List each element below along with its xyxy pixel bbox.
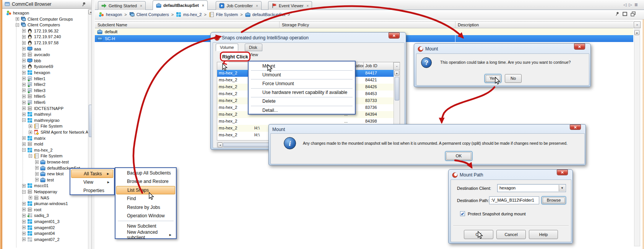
scroll-left-icon[interactable]: ◂ [218,142,223,147]
close-icon[interactable]: ✕ [570,124,581,130]
expand-icon[interactable] [22,107,26,110]
collapse-icon[interactable] [22,190,26,194]
tab-disk-view[interactable]: Disk View [245,44,262,51]
menu-item-all-tasks[interactable]: All Tasks► [71,170,113,178]
column-chooser-icon[interactable]: » [634,21,641,28]
tree-item-hfiler6[interactable]: hfiler6 [2,99,92,105]
snaps-dialog-titlebar[interactable]: Snaps created during IntelliSnap operati… [213,34,404,42]
expand-icon[interactable] [22,47,26,50]
collapse-icon[interactable] [29,154,32,158]
tree-item-file-system[interactable]: File System [2,123,92,129]
maximize-icon[interactable] [623,11,628,17]
tree-item-file-system[interactable]: File System [2,153,92,159]
expand-icon[interactable] [22,202,26,205]
expand-icon[interactable] [22,214,26,217]
expand-icon[interactable] [29,196,32,199]
expand-icon[interactable] [35,166,39,170]
tree-item-nas[interactable]: NAS [2,195,92,201]
ok-button[interactable]: OK [445,151,472,161]
panel-splitter[interactable] [92,0,95,249]
expand-icon[interactable] [22,101,26,104]
tree-item-root[interactable]: root [2,207,92,213]
expand-icon[interactable] [22,184,26,188]
tree-item-client-computers[interactable]: Client Computers [2,22,92,28]
breadcrumb-item-client computers[interactable]: Client Computers [129,12,169,17]
expand-icon[interactable] [22,208,26,211]
tab-close-icon[interactable]: × [307,4,309,8]
menu-item-operation-window[interactable]: Operation Window [116,212,175,220]
expand-icon[interactable] [22,95,26,98]
tab-volume-view[interactable]: Volume View [216,44,238,51]
breadcrumb-item-ms-hex_2[interactable]: ms-hex_2 [176,12,202,17]
mount-info-titlebar[interactable]: Mount [271,126,584,133]
menu-item-use-hardware-revert-capability-if-available[interactable]: Use hardware revert capability if availa… [249,88,354,97]
breadcrumb-item-defaultbackupset[interactable]: defaultBackupSet [245,12,285,17]
tree-item-172-19-96-32[interactable]: 172.19.96.32 [2,28,92,34]
yes-button[interactable]: Yes [485,74,501,83]
expand-icon[interactable] [22,83,26,86]
expand-icon[interactable] [29,124,32,128]
tree-item-hexagon[interactable]: hexagon [2,70,92,76]
tree-item-idctestnapp[interactable]: IDCTESTNAPP [2,105,92,112]
tree-item-client-computer-groups[interactable]: Client Computer Groups [2,16,92,22]
destination-client-select[interactable]: hexagon▼ [497,184,566,192]
tree-item-smagent02[interactable]: smagent02 [2,225,92,231]
tab-event-viewer[interactable]: Event Viewer× [268,1,312,10]
tree-item-172-19-97-240[interactable]: 172.19.97.240 [2,34,92,40]
expand-icon[interactable] [22,238,26,241]
expand-icon[interactable] [22,65,26,68]
tree-item-hexagon[interactable]: hexagon [2,10,92,16]
tree-item-mold[interactable]: mold [2,141,92,147]
menu-item-properties[interactable]: Properties [71,186,113,195]
expand-icon[interactable] [22,41,26,45]
mount-confirm-titlebar[interactable]: Mount [416,45,589,53]
tree-item-matrix[interactable]: matrix [2,135,92,141]
tree-item-172-19-97-58[interactable]: 172.19.97.58 [2,40,92,46]
expand-icon[interactable] [22,53,26,57]
tree-item-hfiler2[interactable]: hfiler2 [2,81,92,87]
no-button[interactable]: No [505,74,522,83]
collapse-icon[interactable] [22,118,26,122]
tab-forward-icon[interactable]: ▷ [629,2,634,7]
expand-icon[interactable] [22,71,26,74]
subclient-table-header[interactable]: Subclient Name Storage Policy Descriptio… [95,21,633,28]
close-icon[interactable]: ✕ [389,32,400,39]
expand-icon[interactable] [22,29,26,32]
scroll-up-icon[interactable]: ▲ [394,71,399,76]
expand-icon[interactable] [16,17,19,21]
browse-button[interactable]: Browse [542,196,566,204]
tab-close-icon[interactable]: × [256,4,258,8]
menu-item-detail-[interactable]: Detail... [249,106,354,115]
expand-icon[interactable] [22,142,26,146]
destination-path-input[interactable]: :V_MAG_B112\Folder1 [489,196,539,204]
tab-list-icon[interactable]: ≣ [634,2,640,7]
tree-scrollbar[interactable]: ▲ [88,9,92,249]
snaps-hscroll-thumb[interactable] [223,143,273,147]
column-description[interactable]: Description [458,23,479,27]
expand-icon[interactable] [22,136,26,140]
collapse-icon[interactable] [22,148,26,152]
chevron-down-icon[interactable]: ▼ [559,185,565,191]
tree-item-hfiler1[interactable]: hfiler1 [2,76,92,82]
close-icon[interactable]: ✕ [557,170,568,175]
tree-item-hfiler3[interactable]: hfiler3 [2,87,92,94]
pin-icon[interactable] [615,11,620,17]
expand-icon[interactable] [22,226,26,229]
cancel-button[interactable]: Cancel [496,230,526,239]
pin-icon[interactable] [81,2,86,8]
expand-icon[interactable] [22,77,26,80]
tab-nav-arrows[interactable]: ◁▷≣ [623,2,640,7]
tree-item-browse-test[interactable]: browse-test [2,159,92,165]
protect-snapshot-checkbox[interactable]: ✔ [460,211,465,216]
scroll-up-icon[interactable]: ▲ [88,10,92,15]
tree-item-srm-agent-for-network-attache[interactable]: SRM Agent for Network Attache [2,129,92,135]
main-scrollbar[interactable]: ▲ [634,29,640,246]
expand-icon[interactable] [22,220,26,223]
breadcrumb-item-hexagon[interactable]: hexagon [99,12,122,17]
tree-item-hfiler5[interactable]: hfiler5 [2,93,92,99]
tree-item-flystone69[interactable]: flystone69 [2,63,92,70]
snaps-column-Job ID[interactable]: Job ID [364,62,394,70]
menu-item-force-unmount[interactable]: Force Unmount [249,79,354,88]
column-subclient-name[interactable]: Subclient Name [98,23,127,27]
scroll-up-icon[interactable]: ▲ [634,30,639,35]
